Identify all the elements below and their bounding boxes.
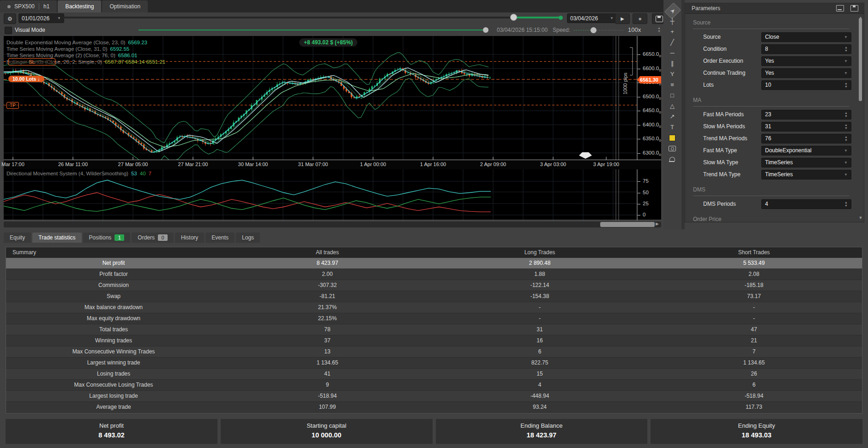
spinner-arrows-icon[interactable]: ▲▼ <box>844 135 848 142</box>
results-tab-positions[interactable]: Positions1 <box>83 233 131 243</box>
panel-divider[interactable] <box>681 0 685 229</box>
chevron-down-icon[interactable]: ▼ <box>844 71 848 75</box>
parameter-select[interactable]: TimeSeries▼ <box>761 158 851 167</box>
spinner-arrows-icon[interactable]: ▲▼ <box>844 123 848 130</box>
chart-scrollbar[interactable]: ▶ <box>4 221 661 227</box>
visual-progress-dot[interactable] <box>483 27 488 33</box>
price-chart[interactable]: Double Exponential Moving Average (Close… <box>4 36 661 160</box>
stop-icon: ■ <box>639 16 641 21</box>
settings-button[interactable]: ⚙ <box>4 13 16 24</box>
spinner-arrows-icon[interactable]: ▲▼ <box>844 201 848 207</box>
chevron-down-icon[interactable]: ▼ <box>844 161 848 165</box>
results-tab-orders[interactable]: Orders0 <box>132 233 174 243</box>
chevron-down-icon: ▼ <box>610 16 614 20</box>
range-slider-handle[interactable] <box>510 14 517 21</box>
parameter-label: Trend MA Type <box>703 171 759 178</box>
start-date-value: 01/01/2026 <box>22 15 49 22</box>
table-row[interactable]: Commission-307.32-122.14-185.18 <box>6 280 862 291</box>
table-row[interactable]: Winning trades371621 <box>6 335 862 346</box>
arrow-icon[interactable]: ↗ <box>666 112 678 121</box>
dms-panel[interactable]: Directional Movement System (4, WilderSm… <box>4 169 661 221</box>
lots-badge[interactable]: 10.00 Lots ↓ <box>8 76 44 82</box>
indicator-label: Time Series Moving Average (2) (Close, 7… <box>6 53 137 58</box>
parameter-select[interactable]: Yes▼ <box>761 68 851 78</box>
spinner-arrows-icon[interactable]: ▲▼ <box>844 111 848 118</box>
table-row[interactable]: Net profit8 423.972 890.485 533.49 <box>6 258 862 269</box>
text-icon[interactable]: T <box>666 122 678 132</box>
table-row[interactable]: Losing trades411526 <box>6 369 862 380</box>
instrument-tab[interactable]: SPX500 h1 <box>0 0 57 12</box>
table-cell: Total trades <box>6 324 221 335</box>
results-tab-events[interactable]: Events <box>205 233 235 243</box>
horizontal-line-icon[interactable]: ─ <box>666 48 678 58</box>
parameter-stepper[interactable]: 4▲▼ <box>761 199 851 209</box>
speed-slider-handle[interactable] <box>591 27 597 33</box>
table-row[interactable]: Total trades783147 <box>6 324 862 335</box>
table-row[interactable]: Largest losing trade-518.94-448.94-518.9… <box>6 391 862 402</box>
results-tab-logs[interactable]: Logs <box>236 233 260 243</box>
spinner-arrows-icon[interactable]: ▲▼ <box>844 46 848 52</box>
chevron-down-icon[interactable]: ▼ <box>844 35 848 39</box>
parameter-stepper[interactable]: 8▲▼ <box>761 44 851 54</box>
pitchfork-icon[interactable]: Y <box>666 69 678 79</box>
stop-loss-box[interactable]: SL <box>8 58 55 66</box>
end-date-select[interactable]: 03/04/2026 ▼ <box>567 13 617 23</box>
parameter-select[interactable]: TimeSeries▼ <box>761 170 851 179</box>
results-tab-trade-statistics[interactable]: Trade statistics <box>32 233 81 243</box>
results-tab-history[interactable]: History <box>175 233 204 243</box>
take-profit-box[interactable]: TP <box>6 102 19 109</box>
parameter-stepper[interactable]: 23▲▼ <box>761 110 851 119</box>
table-row[interactable]: Largest winning trade1 134.65822.751 134… <box>6 358 862 369</box>
table-row[interactable]: Max Consecutive Winning Trades1367 <box>6 346 862 358</box>
scroll-right-arrow[interactable]: ▶ <box>656 221 659 226</box>
rectangle-icon[interactable]: □ <box>666 90 678 100</box>
parameter-select[interactable]: Yes▼ <box>761 56 851 66</box>
table-row[interactable]: Max balance drawdown21.37%-- <box>6 302 862 313</box>
chevron-down-icon[interactable]: ▼ <box>844 59 848 63</box>
parameter-stepper[interactable]: 10▲▼ <box>761 80 851 90</box>
parameter-select[interactable]: DoubleExponential▼ <box>761 146 851 155</box>
channel-icon[interactable]: ∥ <box>666 59 678 68</box>
fibonacci-icon[interactable]: ≡ <box>666 80 678 90</box>
table-cell: 37 <box>221 335 434 346</box>
scroll-down-icon[interactable]: ▼ <box>858 215 863 220</box>
table-row[interactable]: Max equity drawdown22.15%-- <box>6 313 862 324</box>
stop-button[interactable]: ■ <box>633 13 647 24</box>
crosshair-icon[interactable]: ┼ <box>666 16 678 26</box>
table-row[interactable]: Swap-81.21-154.3873.17 <box>6 291 862 302</box>
parameters-scrollbar-thumb[interactable] <box>859 18 862 101</box>
table-cell: 22.15% <box>221 313 434 324</box>
parameters-header[interactable]: Parameters <box>685 3 864 14</box>
chevron-down-icon[interactable]: ▼ <box>844 149 848 153</box>
table-cell: -518.94 <box>221 391 434 401</box>
camera-icon[interactable] <box>666 143 678 153</box>
backtest-range-slider[interactable] <box>62 17 562 18</box>
alert-bell-icon[interactable] <box>666 154 678 164</box>
chevron-down-icon[interactable]: ▼ <box>844 173 848 177</box>
save-parameters-icon[interactable] <box>850 5 858 12</box>
speed-stepper[interactable]: ▲▼ <box>657 26 661 33</box>
time-axis[interactable]: Mar 17:0026 Mar 11:0027 Mar 05:0027 Mar … <box>4 160 661 170</box>
parameter-label: Slow MA Periods <box>703 123 759 130</box>
start-date-select[interactable]: 01/01/2026 ▼ <box>18 13 64 23</box>
tab-optimisation[interactable]: Optimisation <box>102 0 148 12</box>
spinner-arrows-icon[interactable]: ▲▼ <box>844 82 848 88</box>
parameter-stepper[interactable]: 76▲▼ <box>761 134 851 143</box>
visual-mode-checkbox[interactable] <box>5 27 12 34</box>
table-row[interactable]: Average trade107.9993.24117.73 <box>6 402 862 413</box>
table-row[interactable]: Max Consecutive Losing Trades946 <box>6 380 862 391</box>
parameter-stepper[interactable]: 31▲▼ <box>761 122 851 131</box>
instrument-timeframe: h1 <box>43 3 49 10</box>
table-row[interactable]: Profit factor2.001.882.08 <box>6 269 862 280</box>
triangle-icon[interactable]: △ <box>666 101 678 111</box>
scrollbar-thumb[interactable] <box>600 222 655 227</box>
results-tab-equity[interactable]: Equity <box>4 233 31 243</box>
time-axis-label: 3 Apr 03:00 <box>540 161 566 167</box>
parameter-select[interactable]: Close▼ <box>761 32 851 42</box>
trend-line-icon[interactable]: ╱ <box>666 37 678 47</box>
color-swatch-icon[interactable] <box>666 133 678 143</box>
tab-backtesting[interactable]: Backtesting <box>58 0 101 12</box>
play-button[interactable]: ▶ <box>615 13 630 24</box>
detach-panel-icon[interactable] <box>836 5 844 12</box>
plus-cross-icon[interactable]: + <box>666 27 678 36</box>
